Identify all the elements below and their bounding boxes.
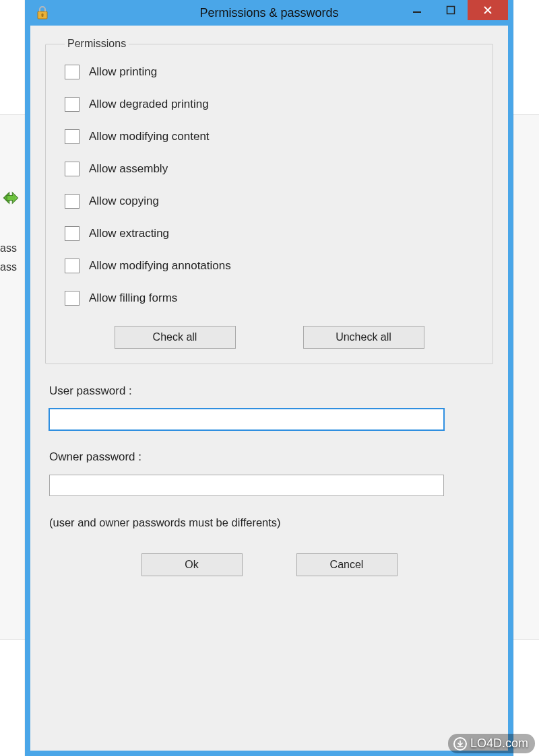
permission-label: Allow degraded printing: [89, 98, 209, 111]
permission-label: Allow copying: [89, 195, 159, 208]
user-password-input[interactable]: [49, 409, 444, 430]
permission-row: Allow printing: [65, 65, 474, 79]
uncheck-all-button[interactable]: Uncheck all: [303, 326, 424, 349]
permission-label: Allow assembly: [89, 162, 168, 176]
user-password-label: User password :: [49, 384, 489, 398]
permissions-group: Permissions Allow printing Allow degrade…: [45, 38, 493, 364]
cancel-button[interactable]: Cancel: [296, 553, 398, 576]
permission-label: Allow printing: [89, 65, 157, 79]
permission-row: Allow modifying content: [65, 129, 474, 144]
check-all-button[interactable]: Check all: [115, 326, 236, 349]
arrow-icon: [1, 188, 20, 207]
watermark: LO4D.com: [448, 734, 535, 753]
permission-label: Allow modifying annotations: [89, 259, 231, 273]
permission-row: Allow modifying annotations: [65, 259, 474, 273]
permission-row: Allow filling forms: [65, 291, 474, 306]
checkbox-allow-filling-forms[interactable]: [65, 291, 80, 306]
download-icon: [453, 737, 467, 751]
checkbox-allow-printing[interactable]: [65, 65, 80, 79]
permission-row: Allow degraded printing: [65, 97, 474, 112]
background-text-2: ass: [0, 261, 17, 273]
checkbox-allow-assembly[interactable]: [65, 162, 80, 176]
permissions-button-row: Check all Uncheck all: [65, 326, 474, 349]
minimize-button[interactable]: [400, 0, 434, 20]
dialog-window: Permissions & passwords Permissions Allo…: [25, 0, 513, 756]
watermark-text: LO4D.com: [470, 736, 528, 751]
permission-row: Allow assembly: [65, 162, 474, 176]
checkbox-allow-degraded-printing[interactable]: [65, 97, 80, 112]
svg-rect-3: [447, 7, 455, 14]
permission-row: Allow extracting: [65, 226, 474, 241]
owner-password-block: Owner password :: [45, 450, 493, 496]
permission-label: Allow filling forms: [89, 291, 177, 305]
ok-button[interactable]: Ok: [141, 553, 243, 576]
permissions-legend: Permissions: [65, 38, 129, 50]
checkbox-allow-modifying-annotations[interactable]: [65, 259, 80, 273]
checkbox-allow-extracting[interactable]: [65, 226, 80, 241]
owner-password-input[interactable]: [49, 475, 444, 496]
password-hint: (user and owner passwords must be differ…: [45, 516, 493, 529]
user-password-block: User password :: [45, 384, 493, 430]
owner-password-label: Owner password :: [49, 450, 489, 464]
titlebar: Permissions & passwords: [30, 0, 508, 26]
permission-label: Allow extracting: [89, 227, 169, 240]
checkbox-allow-copying[interactable]: [65, 194, 80, 209]
checkbox-allow-modifying-content[interactable]: [65, 129, 80, 144]
background-text-1: ass: [0, 242, 17, 254]
lock-icon: [36, 5, 49, 20]
client-area: Permissions Allow printing Allow degrade…: [30, 26, 508, 751]
maximize-button[interactable]: [434, 0, 468, 20]
svg-rect-1: [42, 13, 44, 17]
permission-row: Allow copying: [65, 194, 474, 209]
close-button[interactable]: [468, 0, 508, 20]
footer-buttons: Ok Cancel: [45, 553, 493, 576]
window-controls: [400, 0, 508, 20]
permission-label: Allow modifying content: [89, 130, 210, 143]
